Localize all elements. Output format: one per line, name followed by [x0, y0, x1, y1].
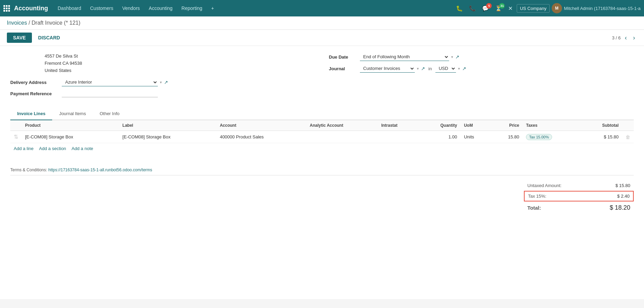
row-uom[interactable]: Units [460, 131, 491, 143]
journal-external-link[interactable]: ↗ [421, 66, 425, 71]
due-date-dropdown: ▾ [451, 55, 453, 59]
tax-badge[interactable]: Tax 15.00% [526, 134, 552, 140]
topnav-actions: 🐛 📞 💬 5 ⏳ 31 ✕ US Company M Mitchell Adm… [454, 3, 641, 13]
close-icon[interactable]: ✕ [506, 4, 515, 13]
nav-vendors[interactable]: Vendors [118, 3, 144, 13]
journal-dropdown: ▾ [417, 66, 419, 71]
row-product[interactable]: [E-COM08] Storage Box [22, 131, 119, 143]
nav-accounting[interactable]: Accounting [145, 3, 177, 13]
col-product: Product [22, 120, 119, 131]
avatar[interactable]: M [552, 3, 562, 13]
terms-link[interactable]: https://17163784-saas-15-1-all.runbot56.… [48, 168, 152, 172]
row-price[interactable]: 15.80 [491, 131, 523, 143]
footer-divider [10, 175, 634, 175]
company-selector[interactable]: US Company [517, 4, 549, 13]
chat-icon[interactable]: 💬 5 [480, 4, 491, 13]
untaxed-amount-row: Untaxed Amount: $ 15.80 [524, 181, 634, 190]
nav-menu: Dashboard Customers Vendors Accounting R… [54, 3, 453, 13]
invoice-lines-table: Product Label Account Analytic Account I… [10, 120, 634, 143]
tax-row: Tax 15%: $ 2.40 [524, 191, 634, 201]
col-quantity: Quantity [419, 120, 461, 131]
pager: 3 / 6 ‹ › [612, 34, 637, 42]
discard-button[interactable]: DISCARD [35, 33, 63, 43]
due-date-label: Due Date [329, 54, 356, 60]
pager-next[interactable]: › [631, 34, 637, 42]
terms-section: Terms & Conditions: https://17163784-saa… [10, 168, 634, 172]
col-subtotal: Subtotal [581, 120, 622, 131]
delivery-address-external-link[interactable]: ↗ [164, 79, 168, 85]
breadcrumb: Invoices / Draft Invoice (* 121) [0, 16, 644, 30]
col-taxes: Taxes [523, 120, 581, 131]
phone-icon[interactable]: 📞 [467, 4, 478, 13]
breadcrumb-current: Draft Invoice (* 121) [32, 20, 80, 26]
breadcrumb-parent[interactable]: Invoices [7, 20, 27, 26]
nav-customers[interactable]: Customers [86, 3, 118, 13]
untaxed-value: $ 15.80 [616, 183, 630, 188]
tab-journal-items[interactable]: Journal Items [52, 108, 93, 120]
drag-handle[interactable]: ⇅ [14, 134, 18, 140]
nav-add[interactable]: + [207, 3, 218, 13]
address-line3: United States [45, 67, 315, 74]
tab-other-info[interactable]: Other Info [93, 108, 126, 120]
row-account[interactable]: 400000 Product Sales [216, 131, 306, 143]
app-logo[interactable]: Accounting [3, 5, 48, 12]
delivery-address-wrap: Azure Interior ▾ ↗ [62, 78, 315, 86]
col-intrastat: Intrastat [378, 120, 419, 131]
total-row: Total: $ 18.20 [524, 202, 634, 213]
payment-reference-input[interactable] [62, 90, 158, 97]
currency-in-label: in [427, 66, 433, 71]
row-intrastat[interactable] [378, 131, 419, 143]
form-right: Due Date End of Following Month ▾ ↗ Jour… [329, 53, 634, 101]
pager-prev[interactable]: ‹ [623, 34, 629, 42]
address-block: 4557 De Silva St Fremont CA 94538 United… [10, 53, 315, 74]
col-account: Account [216, 120, 306, 131]
journal-select[interactable]: Customer Invoices [360, 64, 415, 73]
payment-reference-label: Payment Reference [10, 91, 58, 96]
add-section-link[interactable]: Add a section [39, 146, 66, 151]
breadcrumb-separator: / [28, 20, 30, 26]
totals-section: Untaxed Amount: $ 15.80 Tax 15%: $ 2.40 … [10, 181, 634, 213]
user-name: Mitchell Admin (17163784-saas-15-1-a [564, 6, 641, 11]
delivery-address-label: Delivery Address [10, 80, 58, 85]
tabs-bar: Invoice Lines Journal Items Other Info [10, 108, 634, 120]
form-header: 4557 De Silva St Fremont CA 94538 United… [10, 53, 634, 101]
col-price: Price [491, 120, 523, 131]
totals-table: Untaxed Amount: $ 15.80 Tax 15%: $ 2.40 … [524, 181, 634, 213]
delete-row-button[interactable]: 🗑 [625, 134, 630, 140]
due-date-row: Due Date End of Following Month ▾ ↗ [329, 53, 634, 61]
add-line-link[interactable]: Add a line [14, 146, 34, 151]
row-quantity[interactable]: 1.00 [419, 131, 461, 143]
add-note-link[interactable]: Add a note [72, 146, 93, 151]
row-label[interactable]: [E-COM08] Storage Box [119, 131, 216, 143]
row-analytic[interactable] [306, 131, 378, 143]
due-date-external-link[interactable]: ↗ [455, 54, 459, 60]
payment-reference-wrap [62, 90, 315, 97]
form-left: 4557 De Silva St Fremont CA 94538 United… [10, 53, 315, 101]
add-links-row: Add a line Add a section Add a note [10, 143, 634, 154]
delivery-address-select[interactable]: Azure Interior [62, 78, 158, 86]
currency-select[interactable]: USD [435, 64, 456, 73]
due-date-select[interactable]: End of Following Month [360, 53, 449, 61]
delivery-address-dropdown: ▾ [160, 80, 162, 85]
currency-external-link[interactable]: ↗ [462, 66, 466, 71]
currency-dropdown: ▾ [458, 66, 460, 71]
row-subtotal: $ 15.80 [581, 131, 622, 143]
chat-badge: 5 [486, 3, 492, 9]
journal-label: Journal [329, 66, 356, 71]
col-label: Label [119, 120, 216, 131]
address-line2: Fremont CA 94538 [45, 60, 315, 67]
col-uom: UoM [460, 120, 491, 131]
clock-badge: 31 [499, 3, 505, 9]
save-button[interactable]: SAVE [7, 33, 32, 43]
tab-invoice-lines[interactable]: Invoice Lines [10, 108, 52, 120]
nav-reporting[interactable]: Reporting [177, 3, 207, 13]
clock-icon[interactable]: ⏳ 31 [493, 4, 504, 13]
col-analytic: Analytic Account [306, 120, 378, 131]
nav-dashboard[interactable]: Dashboard [54, 3, 85, 13]
app-name: Accounting [14, 5, 48, 12]
top-navigation: Accounting Dashboard Customers Vendors A… [0, 0, 644, 16]
table-row: ⇅ [E-COM08] Storage Box [E-COM08] Storag… [10, 131, 634, 143]
bug-icon[interactable]: 🐛 [454, 4, 465, 13]
tax-label: Tax 15%: [528, 194, 546, 199]
delivery-address-row: Delivery Address Azure Interior ▾ ↗ [10, 78, 315, 86]
